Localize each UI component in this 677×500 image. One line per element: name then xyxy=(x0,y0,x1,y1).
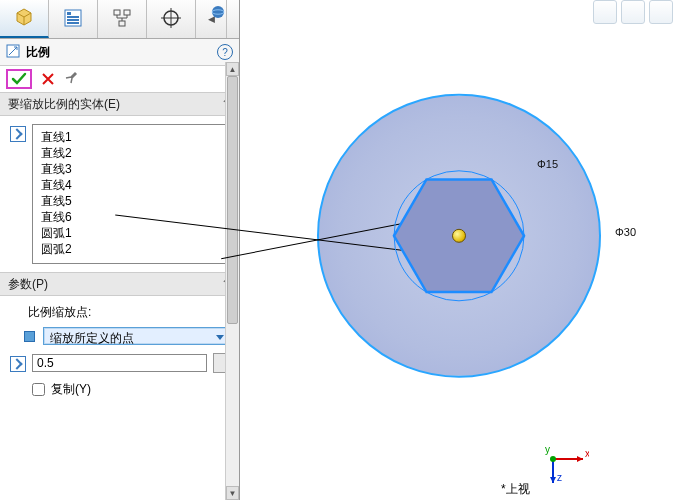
feature-title-row: 比例 ? xyxy=(0,39,239,66)
entities-group-label: 要缩放比例的实体(E) xyxy=(8,96,120,113)
outer-circle[interactable]: Φ15 Φ30 xyxy=(317,94,601,378)
scroll-thumb[interactable] xyxy=(227,76,238,324)
svg-rect-2 xyxy=(67,16,79,18)
params-group-header[interactable]: 参数(P) ⌃ xyxy=(0,272,239,296)
svg-marker-17 xyxy=(550,477,556,483)
list-item[interactable]: 圆弧1 xyxy=(41,225,220,241)
feature-panel: ◀ 比例 ? 要缩放比例的实体(E) ⌃ xyxy=(0,0,240,500)
tab-overflow[interactable]: ◀ xyxy=(196,0,227,38)
sphere-icon xyxy=(211,5,225,22)
panel-tabbar: ◀ xyxy=(0,0,239,39)
dimension-label-d1[interactable]: Φ15 xyxy=(537,158,558,170)
graphics-viewport[interactable]: Φ15 Φ30 x y z *上视 xyxy=(241,0,677,500)
feature-title: 比例 xyxy=(26,44,50,61)
svg-rect-1 xyxy=(67,12,71,15)
scale-icon xyxy=(6,44,20,61)
list-item[interactable]: 直线2 xyxy=(41,145,220,161)
list-item[interactable]: 直线5 xyxy=(41,193,220,209)
svg-rect-4 xyxy=(67,22,79,24)
scroll-up-arrow[interactable]: ▲ xyxy=(226,62,239,76)
entity-list[interactable]: 直线1直线2直线3直线4直线5直线6圆弧1圆弧2 xyxy=(32,124,229,264)
origin-point[interactable] xyxy=(452,229,466,243)
scale-point-value: 缩放所定义的点 xyxy=(50,331,134,345)
svg-marker-15 xyxy=(577,456,583,462)
tab-tree[interactable] xyxy=(98,0,147,38)
action-row xyxy=(0,66,239,92)
point-marker-icon xyxy=(24,331,35,342)
svg-rect-3 xyxy=(67,19,79,21)
view-name-label: *上视 xyxy=(501,481,530,498)
scale-point-label: 比例缩放点: xyxy=(28,304,229,321)
list-item[interactable]: 直线1 xyxy=(41,129,220,145)
svg-rect-7 xyxy=(119,21,125,26)
axis-y-label: y xyxy=(545,444,550,455)
entities-group-body: 直线1直线2直线3直线4直线5直线6圆弧1圆弧2 xyxy=(0,116,239,272)
scale-point-dropdown[interactable]: 缩放所定义的点 xyxy=(43,327,229,345)
copy-option[interactable]: 复制(Y) xyxy=(32,381,229,398)
selection-filter-icon[interactable] xyxy=(10,126,26,142)
dimension-label-d2[interactable]: Φ30 xyxy=(615,226,636,238)
cancel-button[interactable] xyxy=(42,73,54,85)
axis-x-label: x xyxy=(585,448,589,459)
entities-group-header[interactable]: 要缩放比例的实体(E) ⌃ xyxy=(0,92,239,116)
view-tool-icon[interactable] xyxy=(649,0,673,24)
pin-button[interactable] xyxy=(64,71,78,88)
svg-point-9 xyxy=(212,6,224,18)
svg-point-18 xyxy=(550,456,556,462)
view-toolbar xyxy=(593,0,673,24)
model-geometry: Φ15 Φ30 xyxy=(317,94,601,378)
list-item[interactable]: 圆弧2 xyxy=(41,241,220,257)
view-tool-icon[interactable] xyxy=(593,0,617,24)
svg-rect-6 xyxy=(124,10,130,15)
params-group-label: 参数(P) xyxy=(8,276,48,293)
view-tool-icon[interactable] xyxy=(621,0,645,24)
axis-z-label: z xyxy=(557,472,562,483)
scale-factor-icon xyxy=(10,356,26,372)
tab-config[interactable] xyxy=(49,0,98,38)
params-group-body: 比例缩放点: 缩放所定义的点 复制(Y) xyxy=(0,296,239,406)
list-item[interactable]: 直线3 xyxy=(41,161,220,177)
copy-checkbox[interactable] xyxy=(32,383,45,396)
crosshair-icon xyxy=(160,7,182,32)
list-item[interactable]: 直线4 xyxy=(41,177,220,193)
ok-button[interactable] xyxy=(11,72,27,86)
panel-scrollbar[interactable]: ▲ ▼ xyxy=(225,62,239,500)
scale-factor-input[interactable] xyxy=(32,354,207,372)
help-icon[interactable]: ? xyxy=(217,44,233,60)
scroll-down-arrow[interactable]: ▼ xyxy=(226,486,239,500)
svg-rect-5 xyxy=(114,10,120,15)
orientation-triad[interactable]: x y z xyxy=(541,435,589,486)
hierarchy-icon xyxy=(111,7,133,32)
copy-label: 复制(Y) xyxy=(51,381,91,398)
tab-datum[interactable] xyxy=(147,0,196,38)
list-icon xyxy=(62,7,84,32)
tab-feature[interactable] xyxy=(0,0,49,38)
cube-icon xyxy=(13,6,35,31)
highlight-annotation xyxy=(6,69,32,89)
